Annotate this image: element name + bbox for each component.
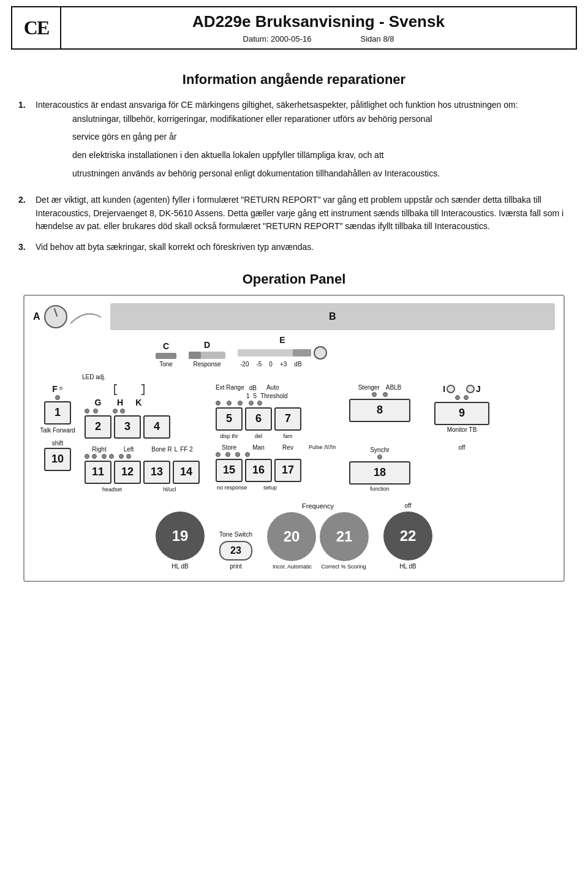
btn-2[interactable]: 2: [85, 415, 111, 439]
controls-main-row: F ® 1 Talk Forward shift 10 G: [33, 384, 555, 493]
btn-7[interactable]: 7: [274, 407, 301, 431]
section-3-text: Vid behov att byta sækringar, skall korr…: [36, 241, 314, 254]
header: CE AD229e Bruksanvisning - Svensk Datum:…: [11, 6, 577, 50]
btn-14[interactable]: 14: [173, 461, 200, 484]
numbered-section-3: 3. Vid behov att byta sækringar, skall k…: [18, 241, 570, 254]
btn-22-group: off 22 HL dB: [383, 502, 432, 570]
label-a: A: [33, 311, 40, 322]
panel-box: A B C Tone D: [23, 295, 565, 582]
indent-item-2: den elektriska installationen i den aktu…: [72, 148, 518, 163]
indent-item-3: utrustningen används av behörig personal…: [72, 167, 518, 181]
btn-10[interactable]: 10: [44, 448, 71, 471]
btn-23[interactable]: 23: [219, 541, 252, 561]
page-title: AD229e Bruksanvisning - Svensk: [192, 12, 445, 31]
page-subtitle: Datum: 2000-05-16 Sidan 8/8: [243, 34, 394, 43]
main-content: Information angående reparationer 1. Int…: [0, 50, 588, 593]
btn-17[interactable]: 17: [274, 459, 301, 482]
btn-11[interactable]: 11: [85, 461, 111, 484]
numbered-section-1: 1. Interacoustics är endast ansvariga fö…: [18, 99, 570, 186]
panel-row-cde: C Tone D Response E: [156, 335, 555, 368]
panel-e: E -20 -5 0 +3 dB: [238, 335, 327, 368]
btn-18[interactable]: 18: [349, 461, 410, 485]
btn-5[interactable]: 5: [216, 407, 243, 431]
ce-mark: CE: [12, 7, 61, 48]
page-label: Sidan 8/8: [361, 34, 394, 43]
btn-20[interactable]: 20: [267, 512, 316, 561]
btn-13[interactable]: 13: [143, 461, 170, 484]
led-adj-row: LED adj.: [82, 374, 555, 380]
panel-bottom-row: 19 HL dB Tone Switch 23 print Frequency …: [33, 502, 555, 570]
date-label: Datum: 2000-05-16: [243, 34, 312, 43]
btn-19-group: 19 HL dB: [156, 511, 205, 570]
btn-22[interactable]: 22: [383, 511, 432, 561]
numbered-section-2: 2. Det ær viktigt, att kunden (agenten) …: [18, 194, 570, 233]
btn-19[interactable]: 19: [156, 511, 205, 561]
btn-1[interactable]: 1: [44, 401, 71, 425]
e-knob[interactable]: [314, 346, 327, 360]
op-panel-title: Operation Panel: [18, 271, 570, 287]
label-b: B: [329, 311, 336, 322]
freq-group: Frequency 20 21 Incor. Automatic Correct…: [267, 502, 369, 570]
indent-items: anslutningar, tillbehör, korrigeringar, …: [72, 112, 518, 181]
indent-item-1: service görs en gång per år: [72, 130, 518, 145]
section-ext: Ext Range dB Auto 1 5 Thres: [216, 384, 341, 491]
header-title-block: AD229e Bruksanvisning - Svensk Datum: 20…: [61, 7, 576, 48]
section-2-text: Det ær viktigt, att kunden (agenten) fyl…: [36, 194, 570, 233]
section-talk-forward: F ® 1 Talk Forward shift 10: [33, 384, 82, 471]
btn-16[interactable]: 16: [245, 459, 272, 482]
knob-a[interactable]: [44, 305, 67, 328]
panel-c: C Tone: [156, 341, 176, 368]
btn-9[interactable]: 9: [434, 402, 489, 425]
section-stenger: Stenger ABLB 8 Synchr 18 function: [343, 384, 417, 492]
panel-section-b: B: [110, 303, 555, 330]
btn-6[interactable]: 6: [245, 407, 272, 431]
panel-section-a: A: [33, 305, 104, 328]
section-ij: I J 9 Moni: [419, 384, 505, 451]
panel-row-ab: A B: [33, 303, 555, 330]
btn-4[interactable]: 4: [143, 415, 170, 439]
section-fghk: G H K: [85, 384, 213, 493]
btn-23-group: Tone Switch 23 print: [219, 530, 252, 570]
intro-text: Interacoustics är endast ansvariga för C…: [36, 100, 518, 110]
section-title: Information angående reparationer: [18, 72, 570, 88]
btn-8[interactable]: 8: [349, 399, 410, 422]
btn-15[interactable]: 15: [216, 459, 243, 482]
led-f: [55, 395, 60, 400]
btn-3[interactable]: 3: [114, 415, 141, 439]
btn-12[interactable]: 12: [114, 461, 141, 484]
btn-21[interactable]: 21: [320, 512, 369, 561]
indent-item-0: anslutningar, tillbehör, korrigeringar, …: [72, 112, 518, 127]
panel-d: D Response: [189, 340, 225, 368]
